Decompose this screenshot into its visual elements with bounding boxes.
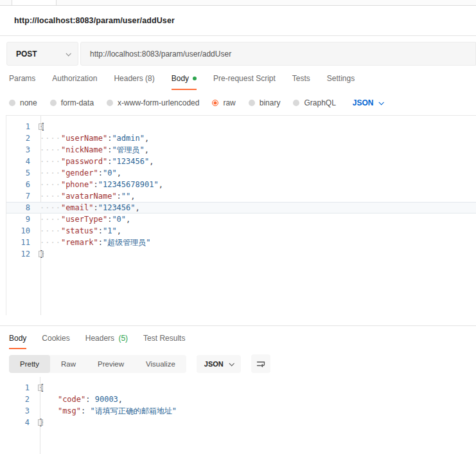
wrap-text-icon — [256, 359, 266, 369]
line-content: { — [30, 382, 43, 394]
body-mode-label: raw — [223, 98, 235, 107]
line-content: ····"userType":"0", — [30, 213, 130, 225]
code-line-4[interactable]: 4} — [6, 417, 476, 428]
line-content: ····"password":"123456", — [30, 156, 154, 167]
line-number: 1 — [6, 382, 30, 394]
body-mode-binary[interactable]: binary — [249, 98, 281, 107]
code-line-8[interactable]: 8····"email":"123456", — [6, 202, 476, 213]
fold-toggle-icon[interactable] — [39, 251, 44, 257]
line-number: 10 — [6, 225, 30, 237]
code-line-5[interactable]: 5····"gender":"0", — [6, 167, 476, 179]
radio-button-icon — [50, 100, 57, 106]
response-tabs: BodyCookiesHeaders (5)Test Results — [0, 326, 476, 349]
response-tab-cookies[interactable]: Cookies — [42, 334, 69, 349]
code-line-4[interactable]: 4····"password":"123456", — [6, 156, 476, 167]
chevron-down-icon — [66, 51, 71, 56]
response-body-viewer[interactable]: 1{2 "code": 90003,3 "msg": "请填写正确的邮箱地址"4… — [6, 377, 476, 454]
body-mode-raw[interactable]: raw — [212, 98, 235, 107]
line-number: 2 — [6, 394, 30, 405]
fold-toggle-icon[interactable] — [38, 419, 43, 426]
line-number: 4 — [6, 156, 30, 167]
line-content: ····"gender":"0", — [30, 167, 121, 179]
request-body-editor[interactable]: 1{2····"userName":"admin",3····"nickName… — [6, 115, 476, 315]
line-number: 6 — [6, 179, 30, 190]
status-dot-icon — [193, 77, 197, 80]
body-mode-selector: noneform-datax-www-form-urlencodedrawbin… — [0, 90, 476, 115]
line-content: ····"email":"123456", — [30, 202, 140, 213]
request-url-bar: POST http://localhost:8083/param/user/ad… — [6, 42, 476, 66]
line-content: "msg": "请填写正确的邮箱地址" — [30, 405, 177, 417]
response-tab-body[interactable]: Body — [9, 334, 26, 349]
response-language-label: JSON — [204, 360, 224, 368]
body-mode-x-www-form-urlencoded[interactable]: x-www-form-urlencoded — [107, 98, 199, 107]
url-text: http://localhost:8083/param/user/addUser — [90, 50, 231, 59]
view-mode-visualize[interactable]: Visualize — [135, 355, 186, 373]
body-mode-label: binary — [260, 98, 281, 107]
code-line-12[interactable]: 12} — [6, 248, 476, 260]
tab-label: Cookies — [42, 334, 69, 343]
tab-tests[interactable]: Tests — [292, 74, 310, 90]
code-line-1[interactable]: 1{ — [6, 382, 476, 394]
line-content: ····"avatarName":"", — [30, 190, 136, 202]
fold-toggle-icon[interactable] — [38, 385, 43, 391]
body-mode-label: form-data — [61, 98, 94, 107]
code-line-9[interactable]: 9····"userType":"0", — [6, 213, 476, 225]
line-content: ····"phone":"12345678901", — [30, 179, 163, 190]
tab-body[interactable]: Body — [172, 74, 197, 90]
body-mode-form-data[interactable]: form-data — [50, 98, 94, 107]
tab-label: Authorization — [52, 74, 97, 83]
tab-pre-request-script[interactable]: Pre-request Script — [213, 74, 276, 90]
code-line-2[interactable]: 2 "code": 90003, — [6, 394, 476, 405]
request-title-row: http://localhost:8083/param/user/addUser — [0, 6, 476, 36]
line-content: ····"remark":"超级管理员" — [30, 237, 150, 248]
view-mode-preview[interactable]: Preview — [87, 355, 135, 373]
url-input[interactable]: http://localhost:8083/param/user/addUser — [80, 42, 476, 66]
request-tabs: ParamsAuthorizationHeaders (8)BodyPre-re… — [0, 66, 476, 90]
code-line-11[interactable]: 11····"remark":"超级管理员" — [6, 237, 476, 248]
code-line-6[interactable]: 6····"phone":"12345678901", — [6, 179, 476, 190]
request-tab-bar — [0, 0, 476, 6]
code-line-7[interactable]: 7····"avatarName":"", — [6, 190, 476, 202]
fold-toggle-icon[interactable] — [39, 123, 44, 130]
tab-label: Pre-request Script — [213, 74, 276, 83]
request-tab-edge[interactable] — [12, 0, 57, 5]
response-language-select[interactable]: JSON — [197, 355, 241, 373]
code-line-2[interactable]: 2····"userName":"admin", — [6, 132, 476, 144]
tab-headers-[interactable]: Headers (8) — [114, 74, 154, 90]
line-content: { — [30, 121, 44, 132]
tab-settings[interactable]: Settings — [327, 74, 355, 90]
code-line-1[interactable]: 1{ — [6, 121, 476, 132]
tab-authorization[interactable]: Authorization — [52, 74, 97, 90]
line-number: 8 — [6, 202, 30, 213]
line-number: 1 — [6, 121, 30, 132]
tab-label: Body — [9, 334, 26, 343]
response-view-mode-group: PrettyRawPreviewVisualize — [9, 355, 186, 373]
method-select[interactable]: POST — [6, 42, 78, 66]
code-line-3[interactable]: 3····"nickName":"管理员", — [6, 144, 476, 156]
response-tab-test-results[interactable]: Test Results — [143, 334, 185, 349]
line-number: 11 — [6, 237, 30, 248]
line-content: } — [30, 248, 44, 260]
line-number: 5 — [6, 167, 30, 179]
line-number: 4 — [6, 417, 30, 428]
body-mode-GraphQL[interactable]: GraphQL — [293, 98, 335, 107]
line-content: "code": 90003, — [30, 394, 123, 405]
postman-window: http://localhost:8083/param/user/addUser… — [0, 0, 476, 454]
view-mode-pretty[interactable]: Pretty — [9, 355, 50, 373]
line-number: 7 — [6, 190, 30, 202]
view-mode-raw[interactable]: Raw — [50, 355, 87, 373]
raw-language-select[interactable]: JSON — [353, 98, 383, 107]
code-line-3[interactable]: 3 "msg": "请填写正确的邮箱地址" — [6, 405, 476, 417]
tab-params[interactable]: Params — [9, 74, 35, 90]
code-line-10[interactable]: 10····"status":"1", — [6, 225, 476, 237]
body-mode-label: x-www-form-urlencoded — [118, 98, 199, 107]
body-mode-none[interactable]: none — [9, 98, 37, 107]
line-content: } — [30, 417, 43, 428]
body-mode-label: GraphQL — [304, 98, 335, 107]
line-content: ····"userName":"admin", — [30, 132, 149, 144]
wrap-text-button[interactable] — [251, 354, 270, 373]
tab-label: Headers — [85, 334, 114, 343]
tab-label: Params — [9, 74, 35, 83]
line-number: 2 — [6, 132, 30, 144]
response-tab-headers[interactable]: Headers (5) — [85, 334, 128, 349]
